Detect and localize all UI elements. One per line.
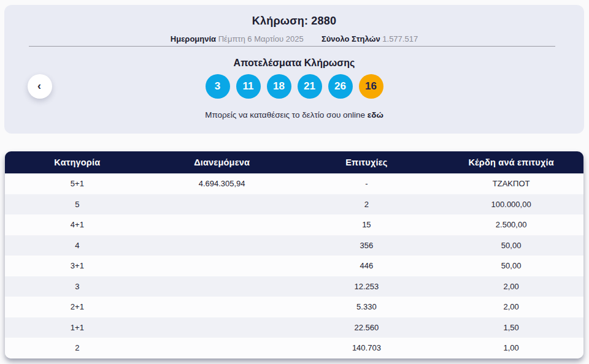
cell-prize: 2.500,00 [439,220,583,229]
cell-prize: 1,50 [439,323,583,332]
cell-prize: 2,00 [439,302,583,311]
chevron-left-icon: ‹ [37,80,41,91]
table-row: 3+144650,00 [5,256,583,276]
cell-winners: 12.253 [294,282,439,291]
table-header-row: Κατηγορία Διανεμόμενα Επιτυχίες Κέρδη αν… [5,151,583,173]
number-ball: 21 [298,74,322,99]
date-value: Πέμπτη 6 Μαρτίου 2025 [218,34,304,44]
table-row: 312.2532,00 [5,276,583,297]
joker-ball: 16 [359,74,383,99]
cell-winners: 5.330 [294,302,439,311]
table-body: 5+14.694.305,94-ΤΖΑΚΠΟΤ52100.000,004+115… [5,173,583,358]
cell-category: 5+1 [5,179,150,188]
header-prize: Κέρδη ανά επιτυχία [439,157,583,167]
numbers-row: 31118212616 [4,74,584,99]
cell-category: 4+1 [5,220,150,229]
table-row: 2+15.3302,00 [5,297,583,317]
cell-category: 2+1 [5,302,150,311]
cell-prize: 50,00 [439,261,583,270]
cell-category: 5 [5,200,150,209]
number-ball: 11 [236,74,261,99]
columns-label: Σύνολο Στηλών [321,34,380,44]
header-category: Κατηγορία [5,157,150,167]
cell-category: 1+1 [5,323,150,332]
results-title: Αποτελέσματα Κλήρωσης [4,58,584,69]
divider-line [29,46,555,47]
table-row: 52100.000,00 [5,194,583,215]
cell-winners: 22.560 [294,323,439,332]
table-row: 435650,00 [5,235,583,256]
table-row: 2140.7031,00 [5,338,583,358]
cell-winners: 446 [294,261,439,270]
cta-message: Μπορείς να καταθέσεις το δελτίο σου onli… [205,110,365,119]
header-distributed: Διανεμόμενα [150,157,294,167]
cell-prize: 2,00 [439,282,583,291]
number-ball: 18 [267,74,291,99]
table-row: 1+122.5601,50 [5,317,583,338]
cell-winners: - [294,179,439,188]
cell-winners: 15 [294,220,439,229]
winnings-table: Κατηγορία Διανεμόμενα Επιτυχίες Κέρδη αν… [5,151,583,358]
cell-prize: 50,00 [439,241,583,250]
date-label: Ημερομηνία [171,34,216,44]
columns-value: 1.577.517 [382,34,418,44]
cell-category: 3 [5,282,150,291]
draw-card: Κλήρωση: 2880 Ημερομηνία Πέμπτη 6 Μαρτίο… [4,5,584,134]
cell-category: 4 [5,241,150,250]
cell-winners: 140.703 [294,343,439,352]
cta-link[interactable]: εδώ [368,110,383,119]
draw-title: Κλήρωση: 2880 [4,15,584,28]
cell-distributed: 4.694.305,94 [150,179,294,188]
previous-draw-button[interactable]: ‹ [28,74,52,99]
cell-prize: 1,00 [439,343,583,352]
cell-category: 2 [5,343,150,352]
table-row: 4+1152.500,00 [5,214,583,235]
cta-text: Μπορείς να καταθέσεις το δελτίο σου onli… [4,110,584,119]
cell-prize: ΤΖΑΚΠΟΤ [439,179,583,188]
cell-prize: 100.000,00 [439,200,583,209]
header-winners: Επιτυχίες [294,157,439,167]
cell-category: 3+1 [5,261,150,270]
number-ball: 3 [206,74,230,99]
cell-winners: 2 [294,200,439,209]
table-row: 5+14.694.305,94-ΤΖΑΚΠΟΤ [5,173,583,194]
cell-winners: 356 [294,241,439,250]
draw-meta: Ημερομηνία Πέμπτη 6 Μαρτίου 2025 Σύνολο … [4,34,584,44]
number-ball: 26 [328,74,353,99]
